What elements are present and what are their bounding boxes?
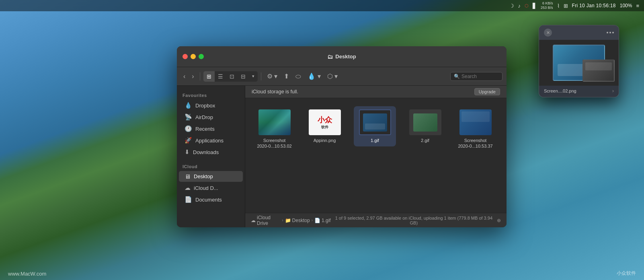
file-item-gif2[interactable]: 2.gif <box>404 106 446 146</box>
recents-icon: 🕐 <box>185 125 192 132</box>
sidebar-item-recents[interactable]: 🕐 Recents <box>179 123 243 134</box>
sidebar-item-dropbox-label: Dropbox <box>195 103 215 109</box>
preview-navigate-icon[interactable]: › <box>612 88 614 94</box>
share-button[interactable]: ⬆ <box>281 71 291 82</box>
sidebar-item-downloads[interactable]: ⬇ Downloads <box>179 146 243 158</box>
statusbar: ☁ iCloud Drive › 📁 Desktop › 📄 1.gif 1 o… <box>245 213 507 227</box>
tags-button[interactable]: ⬭ <box>293 71 304 82</box>
file-name-screenshot1: Screenshot 2020-0...10.53.02 <box>257 138 291 149</box>
file-item-gif1[interactable]: 1.gif <box>354 106 396 146</box>
grid-icon: ⊞ <box>564 3 568 9</box>
action-button[interactable]: ⚙ ▾ <box>265 71 280 82</box>
battery-indicator: 100% <box>620 3 632 8</box>
icloud-drive-breadcrumb-icon: ☁ <box>251 218 256 223</box>
toolbar-separator <box>200 72 200 80</box>
search-box[interactable]: 🔍 Search <box>450 72 502 81</box>
preview-sub-image <box>582 60 615 82</box>
icloud-banner-text: iCloud storage is full. <box>252 89 298 95</box>
forward-button[interactable]: › <box>189 71 196 82</box>
finder-body: Favourites 💧 Dropbox 📡 AirDrop 🕐 Recents… <box>177 86 507 227</box>
icon-view-button[interactable]: ⊞ <box>203 71 215 82</box>
breadcrumb-icloud[interactable]: ☁ iCloud Drive <box>251 215 280 226</box>
breadcrumb-file[interactable]: 📄 1.gif <box>314 218 331 223</box>
breadcrumb-arrow-1: › <box>282 218 283 222</box>
sidebar-item-recents-label: Recents <box>195 126 215 132</box>
file-thumb-screenshot2 <box>459 109 492 135</box>
watermark-left: www.MacW.com <box>8 271 46 277</box>
file-thumb-appinn: 小众 软件 <box>309 109 341 135</box>
desktop-breadcrumb-icon: 📁 <box>285 218 291 223</box>
sidebar-item-icloud-drive[interactable]: ☁ iCloud D... <box>179 182 243 194</box>
airdrop-icon: 📡 <box>185 113 192 121</box>
file-item-appinn[interactable]: 小众 软件 Appinn.png <box>304 106 346 146</box>
zoom-slider[interactable]: ⊕ <box>497 218 501 223</box>
sidebar-item-documents[interactable]: 📄 Documents <box>179 194 243 205</box>
file-item-screenshot1[interactable]: Screenshot 2020-0...10.53.02 <box>253 106 295 152</box>
file-item-screenshot2[interactable]: Screenshot 2020-0...10.53.37 <box>454 106 496 152</box>
minimize-button[interactable] <box>191 54 196 59</box>
network-stats: 6 KB/s 253 B/s <box>541 1 553 10</box>
sidebar-item-applications[interactable]: 🚀 Applications <box>179 135 243 146</box>
dropbox-toolbar-button[interactable]: 💧 ▾ <box>305 71 323 82</box>
search-icon: 🔍 <box>454 74 460 79</box>
icloud-label: iCloud <box>177 161 245 171</box>
window-title: Desktop <box>335 54 356 60</box>
file-breadcrumb-icon: 📄 <box>314 218 320 223</box>
preview-footer: Screen....02.png › <box>539 86 619 97</box>
moon-icon: ☽ <box>509 3 514 9</box>
file-grid: Screenshot 2020-0...10.53.02 小众 软件 Appin… <box>245 98 507 213</box>
airdrop-toolbar-button[interactable]: ⬡ ▾ <box>325 71 340 82</box>
list-view-button[interactable]: ☰ <box>215 71 226 82</box>
preview-filename: Screen....02.png <box>544 89 576 93</box>
sidebar-item-airdrop[interactable]: 📡 AirDrop <box>179 111 243 123</box>
finder-window: 🗂 Desktop ‹ › ⊞ ☰ ⊡ ⊟ ▾ ⚙ ▾ ⬆ ⬭ 💧 ▾ ⬡ ▾ … <box>177 46 507 227</box>
file-name-gif2: 2.gif <box>421 138 429 143</box>
file-thumb-gif1 <box>359 109 391 135</box>
search-placeholder: Search <box>461 74 477 79</box>
finder-titlebar: 🗂 Desktop <box>177 46 507 67</box>
sidebar-item-desktop[interactable]: 🖥 Desktop <box>179 171 243 182</box>
traffic-lights <box>183 54 204 59</box>
back-button[interactable]: ‹ <box>181 71 188 82</box>
menu-icon: ≡ <box>636 3 639 9</box>
wifi-icon: ⌇ <box>557 3 560 9</box>
signal-icon: ▋ <box>533 3 537 9</box>
icloud-banner: iCloud storage is full. Upgrade <box>245 86 507 98</box>
view-switcher: ⊞ ☰ ⊡ ⊟ ▾ <box>203 71 258 82</box>
title-folder-icon: 🗂 <box>327 54 333 60</box>
appinn-logo: 小众 软件 <box>318 115 332 130</box>
desktop-icon: 🖥 <box>185 173 191 180</box>
file-name-appinn: Appinn.png <box>314 138 336 143</box>
file-thumb-gif2 <box>409 109 441 135</box>
maximize-button[interactable] <box>199 54 204 59</box>
breadcrumb-desktop[interactable]: 📁 Desktop <box>285 218 310 223</box>
sidebar: Favourites 💧 Dropbox 📡 AirDrop 🕐 Recents… <box>177 86 245 227</box>
sidebar-item-downloads-label: Downloads <box>193 149 219 155</box>
sidebar-item-dropbox[interactable]: 💧 Dropbox <box>179 100 243 111</box>
music-icon: ♪ <box>518 3 521 9</box>
watermark-right: 小众软件 <box>617 270 636 277</box>
sidebar-item-desktop-label: Desktop <box>194 173 213 179</box>
file-name-gif1: 1.gif <box>371 138 379 143</box>
close-button[interactable] <box>183 54 188 59</box>
preview-more-button[interactable] <box>607 32 614 33</box>
file-thumb-screenshot1 <box>258 109 291 135</box>
favourites-label: Favourites <box>177 90 245 99</box>
sidebar-item-airdrop-label: AirDrop <box>195 114 213 120</box>
downloads-icon: ⬇ <box>185 148 190 156</box>
breadcrumb-arrow-2: › <box>312 218 313 222</box>
preview-image-area <box>539 40 619 86</box>
main-content: iCloud storage is full. Upgrade Screensh… <box>245 86 507 227</box>
antivirus-icon: ⬡ <box>525 3 529 8</box>
documents-icon: 📄 <box>185 196 192 203</box>
preview-header: ✕ <box>539 25 619 40</box>
sidebar-item-icloud-drive-label: iCloud D... <box>194 185 218 191</box>
preview-close-button[interactable]: ✕ <box>544 29 552 37</box>
column-view-button[interactable]: ⊡ <box>226 71 238 82</box>
preview-popup: ✕ Screen....02.png › <box>539 25 619 97</box>
status-text: 1 of 9 selected, 2.97 GB available on iC… <box>334 216 494 225</box>
view-options-button[interactable]: ▾ <box>249 71 258 82</box>
gallery-view-button[interactable]: ⊟ <box>238 71 249 82</box>
clock: Fri 10 Jan 10:56:18 <box>572 3 616 8</box>
upgrade-button[interactable]: Upgrade <box>474 88 500 95</box>
